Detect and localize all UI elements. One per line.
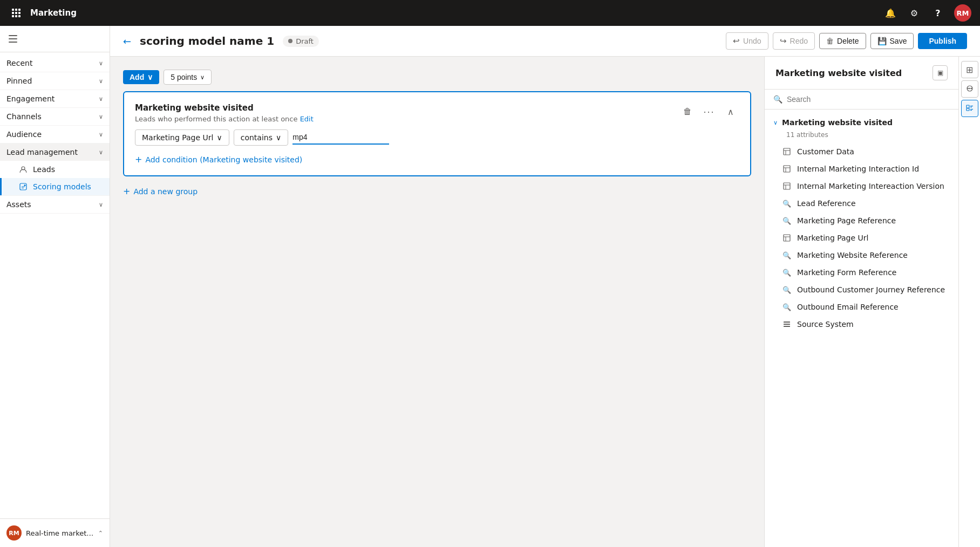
engagement-chevron-icon: ∨ (99, 95, 103, 102)
panel-search-icon: 🔍 (773, 95, 782, 104)
sidebar-item-leads[interactable]: Leads (0, 161, 110, 178)
svg-rect-6 (784, 166, 790, 172)
group-more-button[interactable]: ··· (700, 103, 718, 120)
edge-filter-button[interactable] (961, 80, 978, 98)
interaction-version-icon (782, 181, 792, 191)
group-delete-button[interactable]: 🗑 (679, 103, 696, 120)
panel-item-outbound-email-reference[interactable]: 🔍 Outbound Email Reference (765, 298, 958, 316)
back-button[interactable]: ← (123, 36, 131, 47)
panel-item-interaction-id[interactable]: Internal Marketing Interaction Id (765, 160, 958, 177)
sidebar: Recent ∨ Pinned ∨ Engagement ∨ Channels (0, 26, 110, 547)
svg-rect-9 (784, 183, 790, 189)
field-chevron-icon: ∨ (216, 133, 222, 142)
edit-link[interactable]: Edit (300, 115, 314, 123)
add-button[interactable]: Add ∨ (123, 70, 159, 84)
points-chevron-icon: ∨ (200, 74, 205, 81)
outbound-journey-icon: 🔍 (782, 285, 792, 295)
settings-icon[interactable]: ⚙ (907, 5, 922, 20)
panel-layout-button[interactable]: ▣ (933, 65, 948, 80)
panel-section-count: 11 attributes (765, 131, 958, 143)
lead-reference-icon: 🔍 (782, 199, 792, 208)
edge-list-button[interactable] (961, 100, 978, 117)
marketing-form-reference-icon: 🔍 (782, 268, 792, 277)
panel-item-outbound-customer-journey[interactable]: 🔍 Outbound Customer Journey Reference (765, 281, 958, 298)
sidebar-group-recent[interactable]: Recent ∨ (0, 54, 110, 72)
page-title: scoring model name 1 (140, 35, 274, 47)
sidebar-group-assets[interactable]: Assets ∨ (0, 196, 110, 213)
assets-chevron-icon: ∨ (99, 201, 103, 208)
panel-search-input[interactable] (787, 95, 950, 104)
svg-point-21 (970, 87, 971, 88)
panel-item-marketing-page-url[interactable]: Marketing Page Url (765, 229, 958, 247)
redo-icon: ↪ (780, 36, 787, 46)
footer-avatar: RM (6, 525, 22, 541)
save-button[interactable]: 💾 Save (870, 33, 914, 49)
customer-data-icon (782, 147, 792, 156)
panel-item-interaction-version[interactable]: Internal Marketing Intereaction Version (765, 177, 958, 195)
group-more-icon: ··· (703, 106, 714, 118)
group-delete-icon: 🗑 (683, 107, 692, 117)
redo-button[interactable]: ↪ Redo (773, 32, 815, 50)
user-avatar[interactable]: RM (954, 4, 971, 22)
edge-list-icon (966, 104, 974, 113)
app-grid-icon[interactable] (9, 5, 24, 20)
sidebar-group-lead-management[interactable]: Lead management ∨ (0, 143, 110, 161)
operator-chevron-icon: ∨ (276, 133, 281, 142)
save-icon: 💾 (877, 37, 887, 45)
panel-section-header[interactable]: ∨ Marketing website visited (765, 114, 958, 131)
panel-item-lead-reference[interactable]: 🔍 Lead Reference (765, 195, 958, 212)
add-group-button[interactable]: + Add a new group (123, 183, 751, 200)
canvas-toolbar: Add ∨ 5 points ∨ (123, 70, 751, 85)
add-condition-button[interactable]: + Add condition (Marketing website visit… (135, 152, 739, 167)
source-system-icon (782, 319, 792, 329)
notifications-icon[interactable]: 🔔 (883, 5, 898, 20)
sidebar-group-audience[interactable]: Audience ∨ (0, 126, 110, 143)
topbar: Marketing 🔔 ⚙ ? RM (0, 0, 980, 26)
hamburger-button[interactable] (4, 30, 22, 47)
leads-icon (19, 165, 28, 174)
svg-rect-22 (967, 105, 969, 108)
group-collapse-button[interactable]: ∧ (722, 103, 739, 120)
sidebar-group-engagement[interactable]: Engagement ∨ (0, 90, 110, 107)
condition-row: Marketing Page Url ∨ contains ∨ (135, 129, 739, 146)
panel-item-customer-data[interactable]: Customer Data (765, 143, 958, 160)
group-subtitle: Leads who performed this action at least… (135, 115, 314, 123)
pinned-chevron-icon: ∨ (99, 78, 103, 85)
group-collapse-icon: ∧ (727, 107, 734, 117)
panel-item-marketing-form-reference[interactable]: 🔍 Marketing Form Reference (765, 264, 958, 281)
edge-add-button[interactable]: ⊞ (961, 61, 978, 78)
publish-button[interactable]: Publish (918, 33, 967, 49)
scoring-models-icon (19, 182, 28, 191)
svg-rect-12 (784, 235, 790, 241)
add-chevron-icon: ∨ (147, 73, 153, 81)
sidebar-footer[interactable]: RM Real-time marketi... ⌃ (0, 518, 110, 547)
svg-point-20 (969, 87, 970, 88)
footer-text: Real-time marketi... (26, 529, 94, 537)
help-icon[interactable]: ? (930, 5, 945, 20)
marketing-website-reference-icon: 🔍 (782, 250, 792, 260)
sidebar-item-scoring-models[interactable]: Scoring models (0, 178, 110, 195)
svg-rect-15 (784, 322, 790, 323)
lead-mgmt-chevron-icon: ∨ (99, 149, 103, 156)
panel-item-marketing-website-reference[interactable]: 🔍 Marketing Website Reference (765, 247, 958, 264)
panel-item-source-system[interactable]: Source System (765, 316, 958, 333)
delete-button[interactable]: 🗑 Delete (819, 33, 866, 49)
delete-icon: 🗑 (826, 37, 834, 45)
condition-field-select[interactable]: Marketing Page Url ∨ (135, 129, 229, 146)
points-button[interactable]: 5 points ∨ (164, 70, 212, 85)
condition-group: Marketing website visited Leads who perf… (123, 91, 751, 176)
panel-section-title: Marketing website visited (782, 118, 893, 127)
undo-button[interactable]: ↩ Undo (726, 32, 768, 50)
panel-item-marketing-page-reference[interactable]: 🔍 Marketing Page Reference (765, 212, 958, 229)
right-panel: Marketing website visited ▣ 🔍 ∨ (764, 57, 958, 547)
marketing-page-url-icon (782, 233, 792, 243)
svg-rect-16 (784, 324, 790, 325)
condition-value-input[interactable] (292, 131, 389, 145)
status-dot (288, 39, 292, 43)
interaction-id-icon (782, 164, 792, 174)
footer-chevron-icon: ⌃ (98, 530, 103, 537)
sidebar-group-channels[interactable]: Channels ∨ (0, 108, 110, 125)
edge-add-icon: ⊞ (966, 65, 973, 75)
condition-operator-select[interactable]: contains ∨ (234, 129, 289, 146)
sidebar-group-pinned[interactable]: Pinned ∨ (0, 72, 110, 90)
